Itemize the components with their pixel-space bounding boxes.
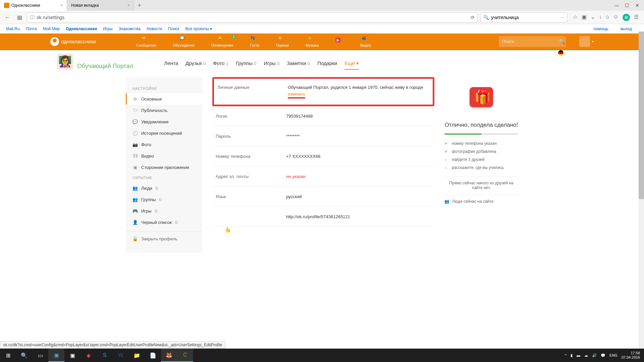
logout-link[interactable]: выход	[621, 26, 632, 31]
taskbar-app-firefox[interactable]: 🦊	[161, 349, 177, 362]
browser-tab-inactive[interactable]: Новая вкладка ×	[67, 0, 134, 11]
setting-row[interactable]: Адрес эл. почтыне указан	[212, 167, 434, 187]
search-go-icon[interactable]: →	[560, 15, 565, 20]
site-info-icon[interactable]: ⓘ	[30, 14, 35, 20]
tab-close-icon[interactable]: ×	[60, 3, 63, 8]
back-button[interactable]: ←	[3, 13, 12, 22]
ok-user-menu[interactable]: ▾	[579, 36, 594, 47]
menu-icon[interactable]: ☰	[634, 14, 639, 21]
checklist-item[interactable]: ✔номер телефона указан	[444, 139, 518, 147]
mailru-link[interactable]: Все проекты ▾	[185, 26, 212, 31]
tray-network-icon[interactable]: ▬	[577, 353, 580, 357]
reload-icon[interactable]: ⟳	[471, 15, 475, 20]
nav-messages[interactable]: Сообщения	[136, 36, 156, 47]
change-link[interactable]: изменить	[288, 92, 305, 99]
tray-clock[interactable]: 17:58 07.04.2016	[622, 351, 640, 360]
bookmarks-sidebar-icon[interactable]: ▤	[15, 13, 24, 22]
start-button[interactable]: ⊞	[0, 349, 16, 362]
sidebar-item[interactable]: 👤Черный список 0	[126, 217, 202, 228]
taskbar-app-word[interactable]: W	[113, 349, 129, 362]
tab-feed[interactable]: Лента	[164, 60, 178, 70]
mailru-link[interactable]: Игры	[103, 26, 112, 31]
sidebar-item[interactable]: 🎮Игры 0	[126, 205, 202, 217]
nav-marks[interactable]: Оценки	[276, 36, 289, 47]
profile-name[interactable]: Обучающий Портал	[77, 63, 133, 70]
nav-music[interactable]: Музыка	[306, 36, 319, 47]
mailru-link[interactable]: Mail.Ru	[6, 26, 20, 31]
setting-row[interactable]: Пароль********	[212, 126, 434, 146]
tray-volume-icon[interactable]: 🔊	[592, 353, 597, 358]
mailru-link-active[interactable]: Одноклассники	[66, 26, 97, 31]
nav-notifications[interactable]: 1Оповещения	[211, 36, 233, 47]
tray-battery-icon[interactable]: ▮	[571, 353, 573, 358]
tray-action-center-icon[interactable]: 💬	[601, 353, 605, 358]
sidebar-item[interactable]: ⚙Основные	[126, 93, 202, 105]
tab-games[interactable]: Игры 0	[264, 60, 279, 70]
taskbar-app[interactable]: ▣	[48, 349, 64, 362]
sidebar-item[interactable]: 💬Уведомления	[126, 116, 202, 127]
sidebar-item[interactable]: 👥Люди 0	[126, 182, 202, 194]
tab-more[interactable]: Ещё ▾	[344, 60, 359, 70]
task-view-button[interactable]: ▭	[32, 349, 48, 362]
pocket-icon[interactable]: ⌄	[591, 14, 595, 21]
checklist-item[interactable]: ○найдите 3 друзей	[444, 156, 518, 164]
setting-row[interactable]: Личные данныеОбучающий Портал, родился 1…	[212, 77, 434, 106]
friends-online-link[interactable]: 👥 Люди сейчас на сайте	[444, 195, 518, 204]
browser-search[interactable]: 🔍 →	[480, 12, 568, 22]
nav-video[interactable]: Видео	[360, 36, 371, 47]
nav-guests[interactable]: Гости	[250, 36, 259, 47]
taskbar-app-camtasia[interactable]: C	[177, 349, 193, 362]
close-profile-link[interactable]: 🔒 Закрыть профиль	[126, 231, 202, 246]
help-link[interactable]: помощь	[593, 26, 608, 31]
ok-search-input[interactable]	[502, 39, 558, 44]
setting-row[interactable]: Языкрусский	[212, 187, 434, 207]
sidebar-item[interactable]: 🕘История посещений	[126, 127, 202, 139]
tab-notes[interactable]: Заметки 0	[287, 60, 310, 70]
maximize-icon[interactable]: ☐	[625, 3, 629, 8]
tray-chevron-icon[interactable]: ^	[565, 353, 567, 357]
chat-icon[interactable]: ☺	[613, 14, 619, 21]
sidebar-item[interactable]: 📷Фото	[126, 139, 202, 150]
scrollbar[interactable]	[639, 32, 644, 349]
mailru-link[interactable]: Мой Мир	[43, 26, 60, 31]
tab-close-icon[interactable]: ×	[127, 3, 130, 8]
taskbar-app-notepad[interactable]: 📄	[145, 349, 161, 362]
setting-row[interactable]: Логин79539174488	[212, 106, 434, 126]
sidebar-item[interactable]: 🎞Видео	[126, 150, 202, 162]
star-icon[interactable]: ☆	[573, 14, 578, 21]
sidebar-item[interactable]: ▣Сторонние приложения	[126, 162, 202, 173]
browser-tab-active[interactable]: Одноклассники ×	[0, 0, 67, 11]
checklist-item[interactable]: ✔фотография добавлена	[444, 147, 518, 156]
firefox-account-icon[interactable]: H	[623, 14, 630, 21]
new-tab-button[interactable]: +	[134, 2, 145, 9]
taskbar-app[interactable]: ◆	[80, 349, 97, 362]
url-input[interactable]: ⓘ ok.ru/settings ⟳	[27, 12, 478, 22]
taskbar-app[interactable]: ▣	[64, 349, 80, 362]
sidebar-item[interactable]: 🛡Публичность	[126, 105, 202, 116]
setting-row[interactable]: Номер телефона+7 XXXXXXXX88	[212, 146, 434, 167]
tab-photo[interactable]: Фото 1	[213, 60, 228, 70]
taskbar-app-explorer[interactable]: 📁	[129, 349, 145, 362]
tab-gifts[interactable]: Подарки	[317, 60, 337, 70]
nav-discussions[interactable]: Обсуждения	[173, 36, 195, 47]
close-window-icon[interactable]: ✕	[635, 3, 639, 8]
profile-avatar[interactable]	[57, 54, 73, 70]
search-input[interactable]	[491, 15, 560, 20]
setting-row[interactable]: http://ok.ru/profile/574361265121	[212, 207, 434, 227]
mailru-link[interactable]: Почта	[26, 26, 37, 31]
minimize-icon[interactable]: —	[614, 3, 619, 8]
ok-search[interactable]: 🔍	[499, 36, 566, 47]
checklist-item[interactable]: ○расскажите, где вы учились	[444, 164, 518, 172]
nav-play[interactable]	[335, 36, 343, 47]
tab-groups[interactable]: Группы 0	[236, 60, 256, 70]
library-icon[interactable]: ▣	[582, 14, 587, 21]
search-button[interactable]: 🔍	[16, 349, 32, 362]
search-icon[interactable]: 🔍	[558, 38, 565, 45]
tray-cloud-icon[interactable]: ☁	[584, 353, 588, 358]
mailru-link[interactable]: Новости	[147, 26, 162, 31]
mailru-link[interactable]: Поиск	[168, 26, 179, 31]
tab-friends[interactable]: Друзья 0	[185, 60, 206, 70]
sidebar-item[interactable]: 👥Группы 0	[126, 194, 202, 205]
tray-language[interactable]: ENG	[609, 353, 618, 357]
language-flag-icon[interactable]	[558, 50, 564, 56]
